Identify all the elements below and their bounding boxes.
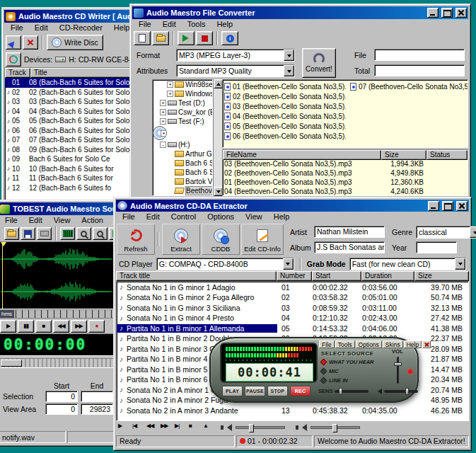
queue-row[interactable]: 01 (Beethoven-Cello Sonata No3,5).mp3 12…: [223, 178, 468, 188]
write-disc-button[interactable]: Write Disc: [47, 35, 103, 50]
minimize-button[interactable]: [427, 8, 439, 18]
play-button[interactable]: ▶: [0, 320, 16, 333]
source-option[interactable]: MIC: [321, 367, 397, 375]
cd-player-combo[interactable]: G: COMPAQ - CRD-8400B: [156, 258, 294, 270]
rewind-button[interactable]: ◀◀: [146, 422, 159, 433]
zoom-out-button[interactable]: [93, 227, 108, 240]
maximize-button[interactable]: [442, 201, 453, 211]
tree-item[interactable]: Beethoven Cello: [153, 186, 212, 195]
menu-item[interactable]: Edit: [23, 215, 48, 226]
album-field[interactable]: J.S Bach Sonatas and: [314, 241, 385, 253]
monitor-thumb[interactable]: [405, 388, 409, 395]
menu-item-tools[interactable]: Tools: [335, 340, 355, 348]
open-folder-button[interactable]: [152, 31, 169, 45]
view-end-field[interactable]: 29823: [81, 403, 113, 415]
cddb-button[interactable]: CDDB: [201, 223, 240, 256]
play-button[interactable]: PLAY: [222, 386, 243, 396]
track-row[interactable]: ♪Sonata No 2 in A minor 3 Andante 13 0:4…: [117, 405, 468, 415]
volume-slider[interactable]: [236, 426, 285, 429]
file-item[interactable]: 02 (Beethoven-Cello Sonata No3,5).mp3: [224, 91, 346, 101]
converter-titlebar[interactable]: Audio Maestro File Converter: [132, 6, 468, 19]
menu-item[interactable]: View: [240, 212, 268, 222]
balance-slider-thumb[interactable]: [332, 424, 337, 432]
source-option[interactable]: WHAT YOU HEAR: [321, 358, 397, 366]
file-item[interactable]: 01 (Beethoven-Cello Sonata No3,5).mp3: [224, 81, 346, 91]
delete-track-button[interactable]: [23, 35, 38, 50]
menu-item-skins[interactable]: Skins: [383, 340, 403, 348]
tree-item[interactable]: + Win98se: [153, 80, 212, 89]
track-row[interactable]: ♪Sonata No 1 in G minor 1 Adagio 01 0:00…: [117, 282, 468, 292]
menu-item[interactable]: View: [48, 215, 76, 226]
refresh-button[interactable]: Refresh: [116, 223, 156, 256]
chevron-down-icon[interactable]: [283, 258, 294, 270]
tree-item[interactable]: Arthur Grumiaux: [153, 149, 212, 159]
menu-item[interactable]: File: [5, 23, 29, 33]
close-icon[interactable]: [422, 340, 431, 348]
selection-end-field[interactable]: [81, 391, 113, 402]
source-option[interactable]: LINE IN: [321, 377, 397, 384]
menu-item[interactable]: Options: [202, 212, 240, 222]
column-size[interactable]: Size: [381, 150, 426, 160]
menu-item-file[interactable]: File: [319, 340, 335, 348]
menu-item[interactable]: Help: [268, 212, 296, 222]
selection-start-field[interactable]: 0: [45, 391, 78, 402]
tree-item[interactable]: Bartok Violin Co: [153, 177, 212, 186]
column-filename[interactable]: FileName: [223, 150, 381, 160]
extract-button[interactable]: Extract: [161, 223, 201, 256]
monitor-slider[interactable]: [384, 390, 418, 393]
volume-slider-thumb[interactable]: [249, 424, 254, 432]
menu-item[interactable]: Tools: [182, 19, 211, 30]
expand-icon[interactable]: +: [160, 118, 166, 125]
tree-item[interactable]: Bach 6 Suites fo: [153, 159, 212, 168]
stop-button[interactable]: ■: [35, 320, 52, 333]
menu-item[interactable]: Help: [211, 19, 238, 30]
tree-item[interactable]: Bach 6 Suites fo: [153, 168, 212, 177]
new-list-button[interactable]: [134, 31, 151, 45]
menu-item-options[interactable]: Options: [356, 340, 382, 348]
stop-button[interactable]: STOP: [267, 386, 288, 396]
file-item[interactable]: 06 (Beethoven-Cello Sonata No3,5).mp3: [224, 131, 346, 141]
print-button[interactable]: [37, 227, 52, 240]
record-button[interactable]: ●: [88, 320, 105, 333]
column-size[interactable]: Size: [414, 271, 469, 281]
eject-button[interactable]: ▲: [202, 422, 216, 433]
tree-item[interactable]: + Test (D:): [153, 98, 212, 108]
menu-item[interactable]: CD-Recoder: [54, 23, 108, 33]
column-status[interactable]: Status: [426, 150, 468, 160]
position-slider-thumb[interactable]: [1, 360, 22, 367]
track-row[interactable]: ♪Sonata No 1 in G minor 3 Siciliana 03 0…: [117, 302, 468, 313]
column-track-title[interactable]: Track title: [116, 271, 277, 281]
about-button[interactable]: i: [221, 31, 238, 45]
tree-item[interactable]: + Audio CD (G:): [153, 126, 167, 140]
chevron-down-icon[interactable]: [284, 50, 294, 61]
tree-item[interactable]: Dvorak Violin C: [153, 195, 212, 196]
chevron-down-icon[interactable]: [470, 226, 476, 238]
expand-icon[interactable]: -: [160, 142, 166, 148]
stop-convert-button[interactable]: [196, 31, 213, 45]
save-button[interactable]: [21, 227, 35, 240]
tree-item[interactable]: + Test (F:): [153, 117, 212, 126]
queue-row[interactable]: 04 (Beethoven-Cello Sonata No3,5).mp3 4,…: [223, 188, 468, 196]
stop-button[interactable]: ■: [188, 422, 202, 433]
previous-track-button[interactable]: |◀: [132, 422, 145, 433]
genre-combo[interactable]: classical: [416, 226, 476, 239]
next-track-button[interactable]: ▶|: [174, 422, 187, 433]
chevron-down-icon[interactable]: [284, 65, 294, 76]
close-button[interactable]: [455, 8, 467, 18]
menu-item[interactable]: Control: [166, 212, 202, 222]
fast-forward-button[interactable]: ▶▶: [160, 422, 173, 433]
menu-item[interactable]: Action: [76, 215, 109, 226]
refresh-devices-button[interactable]: [6, 52, 21, 67]
file-item[interactable]: 05 (Beethoven-Cello Sonata No3,5).mp3: [224, 121, 346, 131]
expand-icon[interactable]: +: [160, 109, 166, 115]
column-start[interactable]: Start: [312, 271, 361, 281]
zoom-in-button[interactable]: [76, 227, 91, 240]
file-item[interactable]: 03 (Beethoven-Cello Sonata No3,5).mp3: [224, 101, 346, 111]
radio-diamond-icon[interactable]: [320, 368, 327, 375]
recorder-volume-slider[interactable]: [397, 357, 399, 384]
menu-item[interactable]: Edit: [157, 19, 182, 30]
attributes-combo[interactable]: Standard MP3 Quality: [176, 64, 295, 77]
open-button[interactable]: [4, 227, 19, 240]
column-track[interactable]: Track: [5, 68, 30, 78]
edit-cd-info-button[interactable]: Edit CD-Info: [240, 223, 284, 256]
